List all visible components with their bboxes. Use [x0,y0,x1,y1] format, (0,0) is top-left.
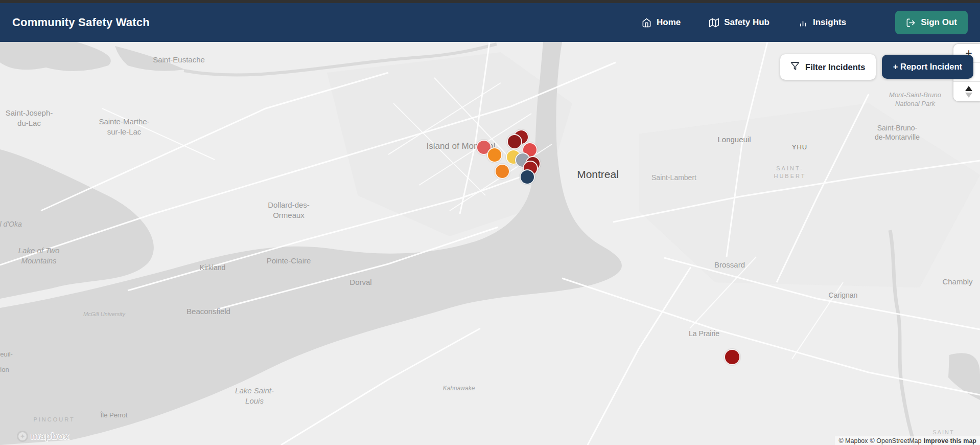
nav-item-home[interactable]: Home [642,17,681,28]
app-header: Community Safety Watch Home Safety Hub I… [0,3,980,42]
map-action-buttons: Filter Incidents + Report Incident [780,54,973,80]
report-incident-button[interactable]: + Report Incident [882,55,973,79]
funnel-icon [790,61,800,73]
nav-item-label: Safety Hub [724,17,769,28]
nav-item-label: Insights [813,17,846,28]
nav-item-label: Home [657,17,681,28]
main-nav: Home Safety Hub Insights Sign Out [642,11,968,34]
improve-this-map-link[interactable]: Improve this map [924,437,977,444]
sign-out-label: Sign Out [921,17,957,28]
compass-pitch-button[interactable] [953,82,980,101]
incident-marker[interactable] [520,169,535,185]
app-title: Community Safety Watch [12,16,150,29]
map-canvas[interactable]: Saint-EustacheSaint-Joseph- du-LacSainte… [0,42,980,445]
mapbox-attribution-link[interactable]: © Mapbox [838,437,868,444]
mapbox-pin-icon: ✦ [17,431,28,442]
mapbox-logo-text: mapbox [31,431,69,442]
compass-north-icon [965,86,972,91]
incident-marker[interactable] [495,164,510,179]
home-icon [642,18,651,28]
map-icon [709,18,719,28]
filter-incidents-button[interactable]: Filter Incidents [780,54,876,80]
incident-marker[interactable] [487,147,502,163]
incident-marker[interactable] [507,134,522,149]
incident-markers-layer [0,42,980,445]
incident-marker[interactable] [724,349,740,365]
nav-item-safety-hub[interactable]: Safety Hub [709,17,769,28]
nav-item-insights[interactable]: Insights [798,17,846,28]
bar-chart-icon [798,18,808,28]
filter-incidents-label: Filter Incidents [805,62,865,72]
mapbox-logo[interactable]: ✦ mapbox [17,431,69,442]
compass-south-icon [965,93,972,98]
map-attribution: © Mapbox © OpenStreetMap Improve this ma… [835,436,980,445]
report-incident-label: + Report Incident [893,62,962,72]
osm-attribution-link[interactable]: © OpenStreetMap [870,437,922,444]
log-out-icon [906,18,916,28]
sign-out-button[interactable]: Sign Out [895,11,968,34]
